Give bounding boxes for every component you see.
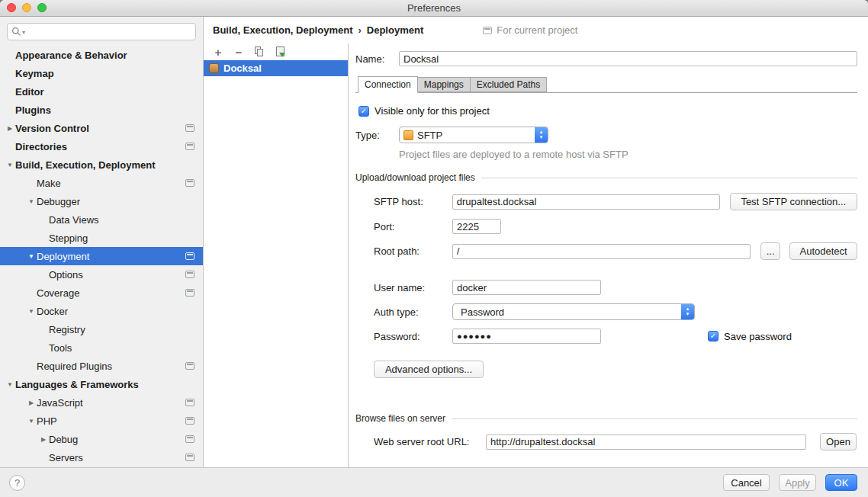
web-root-input[interactable] — [486, 434, 806, 450]
autodetect-button[interactable]: Autodetect — [789, 242, 857, 260]
search-caret-icon: ▾ — [22, 29, 25, 36]
project-settings-icon — [185, 271, 194, 278]
chevron-down-icon[interactable]: ▼ — [26, 418, 37, 425]
server-name: Docksal — [223, 63, 262, 74]
scope-label: For current project — [497, 24, 577, 36]
breadcrumb: Build, Execution, Deployment › Deploymen… — [213, 24, 423, 36]
server-list-item[interactable]: Docksal — [204, 60, 348, 76]
tab-excluded-paths[interactable]: Excluded Paths — [470, 77, 547, 92]
sidebar-item-label: Debugger — [37, 196, 80, 207]
sidebar-item-label: JavaScript — [37, 397, 83, 409]
type-select[interactable]: SFTP ▲ ▼ — [399, 127, 548, 143]
settings-search-box[interactable]: ▾ — [7, 23, 196, 40]
sidebar-item-php[interactable]: ▼PHP — [0, 412, 203, 430]
test-connection-button[interactable]: Test SFTP connection... — [730, 193, 857, 210]
breadcrumb-part-1[interactable]: Build, Execution, Deployment — [213, 24, 352, 36]
browse-section-header: Browse files on server — [355, 413, 857, 424]
name-input[interactable] — [399, 51, 857, 66]
sidebar-item-debug[interactable]: ▶Debug — [0, 430, 203, 448]
user-name-input[interactable] — [452, 280, 601, 295]
sidebar-item-keymap[interactable]: Keymap — [0, 64, 203, 82]
sidebar-item-label: Build, Execution, Deployment — [15, 159, 155, 171]
project-settings-icon — [185, 417, 194, 425]
check-icon: ✓ — [710, 332, 716, 340]
root-path-label: Root path: — [374, 245, 452, 257]
minimize-button[interactable] — [22, 3, 31, 12]
sftp-host-label: SFTP host: — [374, 196, 452, 207]
sidebar-item-label: Required Plugins — [37, 361, 112, 372]
import-button[interactable] — [274, 46, 286, 58]
server-list-panel: + − Docksal — [204, 43, 349, 467]
add-button[interactable]: + — [212, 46, 224, 58]
tab-connection[interactable]: Connection — [358, 76, 418, 93]
sidebar-item-required-plugins[interactable]: Required Plugins — [0, 357, 203, 375]
sidebar-item-label: Servers — [49, 452, 83, 463]
sidebar-item-options[interactable]: Options — [0, 265, 203, 284]
sidebar-item-label: Data Views — [49, 214, 99, 226]
tab-mappings[interactable]: Mappings — [417, 77, 471, 92]
cancel-button[interactable]: Cancel — [723, 474, 770, 491]
sidebar-item-debugger[interactable]: ▼Debugger — [0, 192, 203, 210]
visible-only-label: Visible only for this project — [375, 105, 490, 117]
chevron-right-icon[interactable]: ▶ — [5, 125, 15, 132]
root-path-input[interactable] — [452, 244, 751, 259]
chevron-down-icon[interactable]: ▼ — [26, 198, 37, 205]
chevron-down-icon[interactable]: ▼ — [5, 162, 15, 168]
apply-button[interactable]: Apply — [779, 474, 816, 491]
sidebar-item-languages-frameworks[interactable]: ▼Languages & Frameworks — [0, 375, 203, 393]
port-input[interactable] — [452, 219, 501, 234]
auth-type-select[interactable]: Password ▲ ▼ — [452, 303, 695, 320]
breadcrumb-separator: › — [358, 24, 361, 36]
sidebar-item-docker[interactable]: ▼Docker — [0, 302, 203, 320]
sidebar-item-editor[interactable]: Editor — [0, 82, 203, 101]
sidebar-item-stepping[interactable]: Stepping — [0, 229, 203, 247]
sidebar-item-appearance-behavior[interactable]: Appearance & Behavior — [0, 46, 203, 64]
project-settings-icon — [185, 289, 194, 297]
sidebar-item-version-control[interactable]: ▶Version Control — [0, 119, 203, 137]
visible-only-checkbox[interactable]: ✓ — [358, 106, 369, 117]
open-button[interactable]: Open — [820, 433, 857, 451]
window-controls — [7, 3, 47, 12]
chevron-right-icon[interactable]: ▶ — [26, 399, 37, 406]
sidebar-item-directories[interactable]: Directories — [0, 137, 203, 156]
sftp-host-input[interactable] — [452, 194, 720, 210]
browse-section-title: Browse files on server — [355, 413, 445, 424]
chevron-down-icon[interactable]: ▼ — [26, 253, 37, 260]
remove-button[interactable]: − — [233, 46, 245, 58]
sidebar-item-label: Options — [49, 269, 83, 281]
spinner-up-icon: ▲ — [686, 306, 690, 312]
close-button[interactable] — [7, 3, 16, 12]
advanced-options-button[interactable]: Advanced options... — [374, 361, 484, 378]
chevron-right-icon[interactable]: ▶ — [38, 436, 49, 443]
help-button[interactable]: ? — [9, 475, 25, 491]
sidebar-item-data-views[interactable]: Data Views — [0, 210, 203, 229]
sidebar-item-deployment[interactable]: ▼Deployment — [0, 247, 203, 265]
sidebar-item-javascript[interactable]: ▶JavaScript — [0, 393, 203, 412]
sidebar-item-label: Directories — [15, 141, 67, 152]
browse-root-path-button[interactable]: ... — [760, 242, 780, 260]
window-title: Preferences — [407, 2, 461, 14]
chevron-down-icon[interactable]: ▼ — [26, 308, 37, 315]
sidebar-item-coverage[interactable]: Coverage — [0, 284, 203, 302]
sidebar-item-label: Docker — [37, 306, 68, 317]
sidebar-item-servers[interactable]: Servers — [0, 448, 203, 467]
sidebar-item-registry[interactable]: Registry — [0, 320, 203, 338]
password-input[interactable] — [452, 329, 601, 344]
project-settings-icon — [185, 179, 194, 187]
zoom-button[interactable] — [37, 3, 47, 12]
settings-search-input[interactable] — [26, 25, 191, 39]
sidebar-item-build-execution-deployment[interactable]: ▼Build, Execution, Deployment — [0, 156, 203, 174]
sidebar-item-plugins[interactable]: Plugins — [0, 101, 203, 119]
type-value: SFTP — [413, 130, 535, 141]
save-password-checkbox[interactable]: ✓ — [708, 331, 719, 341]
copy-button[interactable] — [253, 46, 265, 58]
ok-button[interactable]: OK — [825, 474, 857, 491]
search-icon — [11, 27, 21, 37]
project-settings-icon — [185, 124, 194, 132]
project-settings-icon — [185, 454, 194, 461]
sidebar-item-make[interactable]: Make — [0, 174, 203, 192]
sidebar-item-tools[interactable]: Tools — [0, 338, 203, 357]
spinner-down-icon: ▼ — [686, 312, 690, 317]
type-label: Type: — [355, 130, 399, 141]
chevron-down-icon[interactable]: ▼ — [5, 381, 15, 388]
